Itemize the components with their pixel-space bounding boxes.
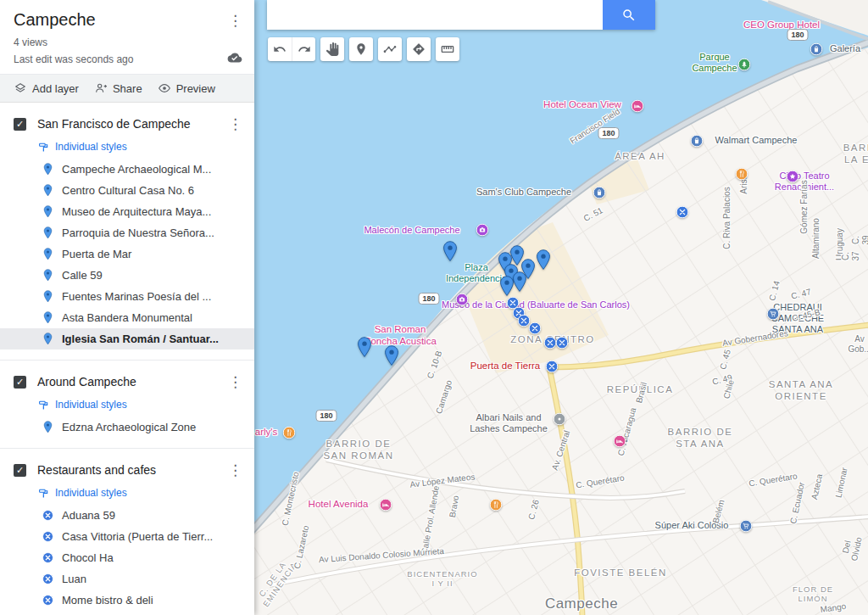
restaurant-marker[interactable]	[529, 322, 542, 335]
shopping-marker[interactable]	[691, 135, 704, 148]
place-item[interactable]: Chocol Ha	[0, 547, 254, 568]
restaurant-marker[interactable]	[556, 337, 569, 349]
place-pin-icon	[42, 333, 53, 345]
layer-visibility-checkbox[interactable]: ✓	[14, 376, 26, 389]
park-marker[interactable]	[738, 59, 751, 71]
place-item[interactable]: Parroquia de Nuestra Señora...	[0, 222, 254, 243]
place-pin-marker[interactable]	[357, 337, 373, 358]
layer-menu-icon[interactable]: ⋮	[223, 461, 248, 479]
restaurant-marker[interactable]	[676, 206, 689, 219]
layer-section: ✓ Restaurants and cafes ⋮ Individual sty…	[0, 449, 254, 615]
place-pin-icon	[42, 163, 53, 176]
layer-header[interactable]: ✓ Around Campeche ⋮	[0, 369, 254, 394]
supermarket-marker[interactable]	[740, 520, 753, 533]
layer-header[interactable]: ✓ San Francisco de Campeche ⋮	[0, 111, 254, 137]
eye-icon	[158, 81, 171, 95]
place-item-label: Iglesia San Román / Santuar...	[62, 333, 219, 345]
sidebar-header: Campeche ⋮ 4 views Last edit was seconds…	[0, 0, 254, 74]
restaurant-icon	[42, 552, 53, 563]
toolbar-group	[436, 37, 459, 61]
place-item-label: Centro Cultural Casa No. 6	[62, 184, 194, 197]
museum-marker[interactable]	[476, 224, 489, 237]
restaurant-marker[interactable]	[544, 337, 557, 349]
place-item-label: Aduana 59	[62, 509, 115, 522]
place-pin-marker[interactable]	[536, 249, 552, 271]
draw-line-button[interactable]	[378, 37, 402, 61]
my-maps-app: Campeche ⋮ 4 views Last edit was seconds…	[0, 0, 868, 615]
shopping-marker[interactable]	[810, 43, 823, 56]
layer-menu-icon[interactable]: ⋮	[223, 115, 248, 133]
redo-button[interactable]	[292, 37, 315, 61]
restaurant-icon	[42, 510, 53, 521]
layer-menu-icon[interactable]: ⋮	[223, 373, 248, 391]
map-title[interactable]: Campeche	[14, 10, 242, 30]
food-poi-marker[interactable]	[283, 427, 296, 439]
place-pin-icon	[42, 311, 53, 324]
place-pin-marker[interactable]	[384, 345, 400, 366]
views-count: 4 views	[14, 36, 242, 48]
place-item[interactable]: Fuentes Marinas Poesía del ...	[0, 286, 254, 307]
place-item[interactable]: Centro Cultural Casa No. 6	[0, 180, 254, 201]
place-item-label: Chocol Ha	[62, 551, 114, 564]
individual-styles-label: Individual styles	[55, 487, 127, 499]
place-item[interactable]: Luan	[0, 568, 254, 590]
layer-header[interactable]: ✓ Restaurants and cafes ⋮	[0, 457, 254, 483]
layer-visibility-checkbox[interactable]: ✓	[14, 118, 26, 131]
undo-button[interactable]	[268, 37, 292, 61]
search-button[interactable]	[603, 0, 655, 30]
add-marker-button[interactable]	[349, 37, 373, 61]
measure-button[interactable]	[436, 37, 459, 61]
place-item[interactable]: Casa Vittoria (Puerta de Tierr...	[0, 526, 254, 547]
museum-marker[interactable]	[456, 294, 469, 306]
restaurant-marker[interactable]	[546, 361, 559, 373]
place-pin-marker[interactable]	[499, 276, 515, 297]
individual-styles-link[interactable]: Individual styles	[0, 394, 254, 415]
individual-styles-label: Individual styles	[55, 141, 127, 153]
attraction-marker[interactable]	[787, 171, 799, 183]
styles-roller-icon	[38, 142, 49, 153]
place-item[interactable]: Calle 59	[0, 265, 254, 286]
layer-visibility-checkbox[interactable]: ✓	[14, 464, 26, 477]
place-item[interactable]: Mome bistro & deli	[0, 590, 254, 611]
search-icon	[621, 8, 637, 23]
map-canvas[interactable]: CEO Group HotelHotel Ocean ViewSan Roman…	[254, 0, 868, 615]
preview-button[interactable]: Preview	[158, 81, 215, 95]
last-edit-status[interactable]: Last edit was seconds ago	[14, 53, 133, 65]
poi-marker[interactable]	[554, 413, 566, 426]
food-poi-marker[interactable]	[490, 499, 503, 512]
place-pin-icon	[42, 205, 53, 218]
place-item[interactable]: Iglesia San Román / Santuar...	[0, 328, 254, 349]
hotel-marker[interactable]	[380, 499, 392, 512]
layer-name: Around Campeche	[37, 375, 223, 389]
place-item[interactable]: Aduana 59	[0, 505, 254, 526]
place-item[interactable]: Asta Bandera Monumental	[0, 307, 254, 328]
layers-icon	[14, 81, 27, 95]
place-pin-marker[interactable]	[442, 241, 459, 262]
directions-icon	[412, 42, 426, 56]
place-pin-icon	[42, 248, 53, 260]
add-layer-button[interactable]: Add layer	[14, 81, 79, 95]
place-item[interactable]: Museo de Arquitectura Maya...	[0, 201, 254, 222]
pan-tool-button[interactable]	[320, 37, 344, 61]
place-item[interactable]: Puerta de Mar	[0, 243, 254, 265]
undo-icon	[273, 42, 287, 56]
layer-section: ✓ San Francisco de Campeche ⋮ Individual…	[0, 103, 254, 361]
toolbar-group	[268, 37, 315, 61]
shopping-marker[interactable]	[593, 187, 606, 199]
place-item[interactable]: Campeche Archaeological M...	[0, 159, 254, 180]
map-menu-icon[interactable]: ⋮	[223, 12, 248, 30]
place-item-label: Museo de Arquitectura Maya...	[62, 205, 211, 218]
search-bar	[267, 0, 655, 30]
food-poi-marker[interactable]	[736, 168, 748, 181]
share-button[interactable]: Share	[94, 81, 142, 95]
place-item-label: Casa Vittoria (Puerta de Tierr...	[62, 530, 213, 543]
hotel-marker[interactable]	[632, 100, 644, 113]
add-directions-button[interactable]	[407, 37, 431, 61]
marker-icon	[354, 42, 368, 56]
place-item[interactable]: Edzna Archaeological Zone	[0, 417, 254, 438]
search-input[interactable]	[267, 0, 603, 30]
individual-styles-link[interactable]: Individual styles	[0, 137, 254, 157]
supermarket-marker[interactable]	[767, 308, 780, 321]
hotel-marker[interactable]	[614, 435, 626, 448]
individual-styles-link[interactable]: Individual styles	[0, 483, 254, 503]
